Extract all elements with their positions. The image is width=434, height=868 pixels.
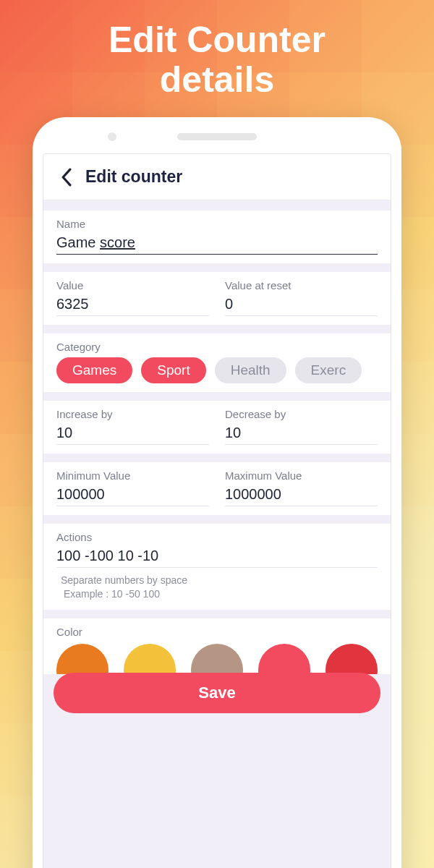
value-section: Value Value at reset [43, 272, 391, 325]
category-section: Category GamesSportHealthExerc [43, 333, 391, 392]
category-chip-health[interactable]: Health [215, 357, 286, 383]
phone-frame: Edit counter Name Game score Value Value… [33, 117, 401, 868]
reset-value-input[interactable] [225, 294, 378, 316]
min-label: Minimum Value [56, 469, 209, 482]
reset-value-label: Value at reset [225, 279, 378, 292]
save-button[interactable]: Save [54, 673, 380, 713]
promo-headline-line2: details [160, 59, 274, 100]
color-swatch-3[interactable] [258, 644, 310, 674]
actions-helper-line1: Separate numbers by space [61, 574, 187, 586]
actions-helper-line2: Example : 10 -50 100 [64, 588, 160, 600]
camera-dot [108, 132, 116, 141]
increase-input[interactable] [56, 423, 209, 445]
decrease-label: Decrease by [225, 408, 378, 420]
back-button[interactable] [56, 168, 75, 187]
min-input[interactable] [56, 485, 209, 506]
color-section: Color [43, 618, 391, 674]
name-input[interactable]: Game score [56, 233, 378, 255]
promo-headline: Edit Counter details [0, 0, 434, 117]
color-label: Color [56, 626, 378, 638]
category-chips: GamesSportHealthExerc [56, 357, 378, 383]
color-swatch-1[interactable] [124, 644, 176, 674]
category-chip-sport[interactable]: Sport [141, 357, 205, 383]
actions-label: Actions [56, 531, 378, 543]
max-input[interactable] [225, 485, 378, 506]
app-screen: Edit counter Name Game score Value Value… [43, 153, 391, 868]
decrease-input[interactable] [225, 423, 378, 445]
color-swatch-4[interactable] [326, 644, 378, 674]
value-label: Value [56, 279, 209, 292]
phone-notch [43, 127, 391, 146]
max-label: Maximum Value [225, 469, 378, 482]
promo-headline-line1: Edit Counter [109, 20, 326, 60]
minmax-section: Minimum Value Maximum Value [43, 462, 391, 515]
form-scroll[interactable]: Name Game score Value Value at reset [43, 200, 391, 868]
actions-section: Actions Separate numbers by space Exampl… [43, 524, 391, 610]
chevron-left-icon [60, 168, 72, 187]
name-text-underlined: score [100, 234, 135, 250]
increase-label: Increase by [56, 408, 209, 420]
name-text-plain: Game [56, 234, 100, 250]
category-chip-exerc[interactable]: Exerc [295, 357, 362, 383]
color-swatch-0[interactable] [56, 644, 109, 674]
save-bar: Save [43, 673, 391, 713]
speaker-slot [177, 133, 257, 140]
value-input[interactable] [56, 294, 209, 316]
color-swatches [56, 644, 378, 674]
app-bar: Edit counter [43, 154, 391, 200]
category-chip-games[interactable]: Games [56, 357, 132, 383]
name-label: Name [56, 218, 378, 230]
appbar-title: Edit counter [85, 167, 182, 187]
category-label: Category [56, 341, 378, 353]
color-swatch-2[interactable] [191, 644, 243, 674]
actions-helper: Separate numbers by space Example : 10 -… [56, 574, 378, 601]
name-section: Name Game score [43, 210, 391, 263]
actions-input[interactable] [56, 546, 378, 568]
step-section: Increase by Decrease by [43, 401, 391, 454]
